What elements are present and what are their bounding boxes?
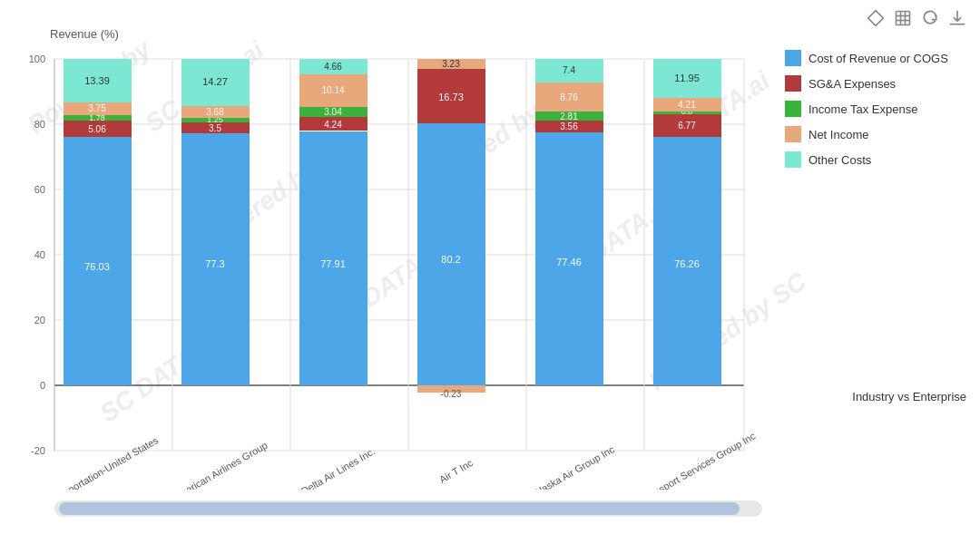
legend-label-tax: Income Tax Expense — [808, 102, 917, 116]
svg-text:80: 80 — [34, 119, 45, 130]
label-6: Air Transport Services Group Inc — [626, 430, 758, 490]
legend-label-cogs: Cost of Revenue or COGS — [808, 52, 948, 65]
label-2: American Airlines Group — [171, 440, 270, 490]
svg-text:14.27: 14.27 — [202, 76, 228, 87]
legend-item-sga: SG&A Expenses — [785, 75, 966, 92]
legend-label-net: Net Income — [808, 128, 868, 141]
svg-text:77.3: 77.3 — [205, 258, 224, 269]
table-icon[interactable] — [894, 9, 912, 27]
legend-color-other — [785, 151, 801, 168]
svg-text:77.46: 77.46 — [556, 257, 582, 267]
svg-text:-20: -20 — [31, 445, 45, 456]
svg-text:76.26: 76.26 — [674, 258, 700, 269]
svg-text:13.39: 13.39 — [84, 75, 110, 86]
legend-item-other: Other Costs — [785, 151, 966, 168]
svg-text:11.95: 11.95 — [674, 73, 700, 83]
chart-title: Revenue (%) — [50, 27, 119, 41]
refresh-icon[interactable] — [921, 9, 939, 27]
legend: Cost of Revenue or COGS SG&A Expenses In… — [785, 50, 966, 177]
svg-text:4.24: 4.24 — [324, 120, 342, 130]
svg-text:80.2: 80.2 — [441, 254, 460, 265]
legend-item-net: Net Income — [785, 126, 966, 142]
svg-text:8.76: 8.76 — [560, 92, 578, 102]
svg-text:-0.23: -0.23 — [441, 389, 462, 399]
svg-text:3.04: 3.04 — [324, 107, 342, 117]
svg-text:60: 60 — [34, 184, 45, 195]
svg-text:16.73: 16.73 — [438, 92, 464, 102]
label-4: Air T Inc — [437, 457, 475, 485]
legend-color-cogs — [785, 50, 801, 66]
svg-text:10.14: 10.14 — [321, 85, 344, 95]
svg-text:3.5: 3.5 — [209, 123, 221, 133]
svg-text:5.06: 5.06 — [88, 124, 106, 134]
chart-container: Powered by SC DATA.ai Powered by SC SC D… — [0, 0, 980, 544]
svg-rect-0 — [897, 12, 910, 25]
legend-color-tax — [785, 101, 801, 117]
svg-text:3.56: 3.56 — [560, 121, 578, 131]
diamond-icon[interactable] — [867, 9, 885, 27]
legend-color-sga — [785, 75, 801, 92]
legend-label-sga: SG&A Expenses — [808, 77, 896, 91]
svg-text:3.23: 3.23 — [442, 59, 460, 69]
svg-text:40: 40 — [34, 249, 45, 260]
download-icon[interactable] — [948, 9, 966, 27]
svg-text:100: 100 — [29, 53, 45, 64]
svg-text:76.03: 76.03 — [84, 261, 110, 272]
legend-item-cogs: Cost of Revenue or COGS — [785, 50, 966, 66]
svg-text:20: 20 — [34, 315, 45, 325]
svg-text:4.21: 4.21 — [678, 100, 696, 110]
svg-text:77.91: 77.91 — [320, 258, 346, 269]
scrollbar-container[interactable] — [54, 500, 762, 517]
svg-text:4.66: 4.66 — [324, 62, 342, 72]
svg-text:2.81: 2.81 — [560, 112, 578, 121]
svg-text:3.75: 3.75 — [88, 103, 106, 113]
legend-color-net — [785, 126, 801, 142]
industry-vs-enterprise-label: Industry vs Enterprise — [852, 390, 966, 403]
label-3: Delta Air Lines Inc. — [299, 445, 377, 490]
legend-label-other: Other Costs — [808, 153, 871, 167]
main-chart: Revenue (%) 100 80 60 40 20 0 -20 76.03 — [0, 18, 771, 490]
legend-item-tax: Income Tax Expense — [785, 101, 966, 117]
svg-text:0: 0 — [40, 380, 45, 391]
svg-text:6.77: 6.77 — [678, 121, 696, 131]
toolbar — [867, 9, 966, 27]
svg-text:3.68: 3.68 — [206, 107, 224, 117]
svg-text:7.4: 7.4 — [563, 65, 575, 75]
scrollbar-thumb[interactable] — [59, 502, 740, 515]
label-1: Transportation-United States — [44, 434, 161, 490]
